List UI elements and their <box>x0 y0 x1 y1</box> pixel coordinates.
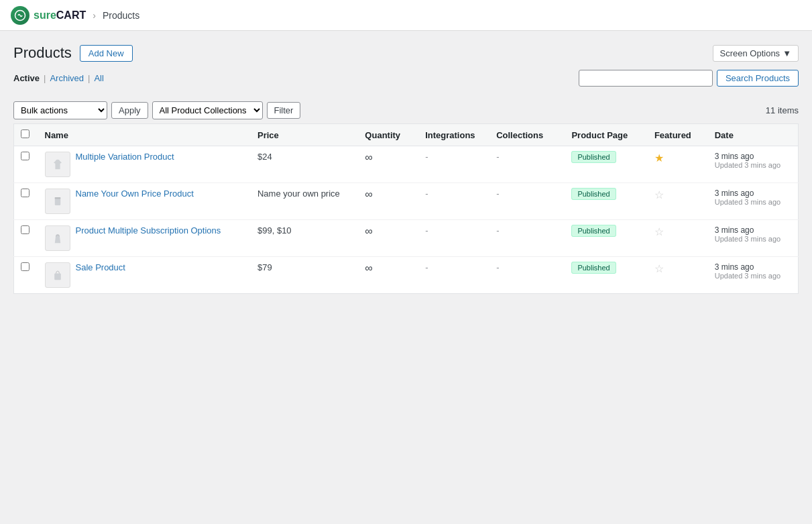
table-row: Product Multiple Subscription Options $9… <box>14 220 799 257</box>
table-row: Multiple Variation Product $24 ∞ - - Pub… <box>14 146 799 183</box>
page-title: Products <box>13 44 72 62</box>
collections-filter-select[interactable]: All Product Collections <box>152 101 263 119</box>
product-name-cell: Name Your Own Price Product <box>38 183 251 220</box>
row-checkbox[interactable] <box>21 189 30 197</box>
product-quantity-cell: ∞ <box>358 257 418 294</box>
products-table: Name Price Quantity Integrations Collect… <box>13 123 799 294</box>
table-row: Sale Product $79 ∞ - - Published ☆ 3 min… <box>14 257 799 294</box>
product-featured-cell: ☆ <box>648 257 708 294</box>
product-price-cell: $24 <box>251 146 358 183</box>
select-all-checkbox[interactable] <box>21 129 30 138</box>
sep1: | <box>44 73 46 83</box>
tablenav: Bulk actions Apply All Product Collectio… <box>13 101 799 119</box>
product-thumbnail <box>45 189 70 214</box>
filter-archived-link[interactable]: Archived <box>50 73 84 83</box>
main-content: Products Add New Screen Options ▼ Active… <box>0 31 812 524</box>
product-collections-cell: - <box>489 220 565 257</box>
row-checkbox-cell <box>14 146 38 183</box>
product-collections-cell: - <box>489 183 565 220</box>
row-checkbox[interactable] <box>21 225 30 234</box>
product-date-cell: 3 mins ago Updated 3 mins ago <box>708 220 799 257</box>
featured-star-icon[interactable]: ☆ <box>654 263 664 274</box>
filter-button[interactable]: Filter <box>267 102 301 119</box>
product-date-cell: 3 mins ago Updated 3 mins ago <box>708 183 799 220</box>
product-name-link[interactable]: Name Your Own Price Product <box>76 189 194 199</box>
product-date-cell: 3 mins ago Updated 3 mins ago <box>708 146 799 183</box>
featured-star-icon[interactable]: ★ <box>654 152 664 164</box>
product-thumbnail <box>45 262 70 288</box>
screen-options-button[interactable]: Screen Options ▼ <box>713 45 799 62</box>
product-name-cell: Sale Product <box>38 257 251 294</box>
col-header-price: Price <box>251 124 358 146</box>
apply-button[interactable]: Apply <box>111 102 148 119</box>
product-date-cell: 3 mins ago Updated 3 mins ago <box>708 257 799 294</box>
table-row: Name Your Own Price Product Name your ow… <box>14 183 799 220</box>
col-header-collections: Collections <box>489 124 565 146</box>
sep2: | <box>88 73 90 83</box>
logo: sureCART <box>11 6 86 25</box>
top-bar: sureCART › Products <box>0 0 812 31</box>
logo-icon <box>11 6 30 25</box>
product-name-link[interactable]: Sale Product <box>76 262 125 272</box>
search-input[interactable] <box>579 70 713 87</box>
product-quantity-cell: ∞ <box>358 146 418 183</box>
item-count: 11 items <box>766 105 799 115</box>
page-header: Products Add New Screen Options ▼ <box>13 44 799 62</box>
product-name-link[interactable]: Multiple Variation Product <box>76 152 174 162</box>
product-page-cell: Published <box>565 220 648 257</box>
tablenav-left: Bulk actions Apply All Product Collectio… <box>13 101 300 119</box>
status-filter-nav: Active | Archived | All <box>13 73 104 83</box>
product-price-cell: Name your own price <box>251 183 358 220</box>
product-quantity-cell: ∞ <box>358 220 418 257</box>
product-price-cell: $79 <box>251 257 358 294</box>
filter-all-link[interactable]: All <box>94 73 103 83</box>
logo-text: sureCART <box>34 9 86 21</box>
product-featured-cell: ☆ <box>648 183 708 220</box>
filter-active-link[interactable]: Active <box>13 73 40 83</box>
product-name-link[interactable]: Product Multiple Subscription Options <box>76 225 221 235</box>
featured-star-icon[interactable]: ☆ <box>654 189 664 201</box>
row-checkbox[interactable] <box>21 152 30 160</box>
product-featured-cell: ☆ <box>648 220 708 257</box>
product-page-cell: Published <box>565 257 648 294</box>
featured-star-icon[interactable]: ☆ <box>654 226 664 238</box>
product-price-cell: $99, $10 <box>251 220 358 257</box>
col-header-quantity: Quantity <box>358 124 418 146</box>
chevron-down-icon: ▼ <box>782 48 791 58</box>
breadcrumb-products: Products <box>103 10 139 21</box>
product-collections-cell: - <box>489 146 565 183</box>
add-new-button[interactable]: Add New <box>80 45 133 62</box>
row-checkbox-cell <box>14 257 38 294</box>
screen-options-label: Screen Options <box>720 48 780 58</box>
product-name-cell: Multiple Variation Product <box>38 146 251 183</box>
product-collections-cell: - <box>489 257 565 294</box>
product-integrations-cell: - <box>418 257 489 294</box>
product-quantity-cell: ∞ <box>358 183 418 220</box>
row-checkbox-cell <box>14 220 38 257</box>
product-featured-cell: ★ <box>648 146 708 183</box>
bulk-actions-select[interactable]: Bulk actions <box>13 101 107 119</box>
select-all-header <box>14 124 38 146</box>
product-name-cell: Product Multiple Subscription Options <box>38 220 251 257</box>
row-checkbox[interactable] <box>21 262 30 271</box>
col-header-featured: Featured <box>648 124 708 146</box>
product-integrations-cell: - <box>418 183 489 220</box>
product-integrations-cell: - <box>418 220 489 257</box>
col-header-integrations: Integrations <box>418 124 489 146</box>
row-checkbox-cell <box>14 183 38 220</box>
svg-rect-7 <box>54 274 61 280</box>
col-header-product-page: Product Page <box>565 124 648 146</box>
product-thumbnail <box>45 225 70 251</box>
svg-rect-4 <box>54 197 60 199</box>
page-header-left: Products Add New <box>13 44 133 62</box>
product-integrations-cell: - <box>418 146 489 183</box>
table-header-row: Name Price Quantity Integrations Collect… <box>14 124 799 146</box>
col-header-date: Date <box>708 124 799 146</box>
product-thumbnail <box>45 152 70 177</box>
product-page-cell: Published <box>565 183 648 220</box>
product-page-cell: Published <box>565 146 648 183</box>
breadcrumb-separator: › <box>93 10 96 21</box>
search-products-button[interactable]: Search Products <box>717 70 799 87</box>
col-header-name: Name <box>38 124 251 146</box>
search-row: Search Products <box>579 70 799 87</box>
